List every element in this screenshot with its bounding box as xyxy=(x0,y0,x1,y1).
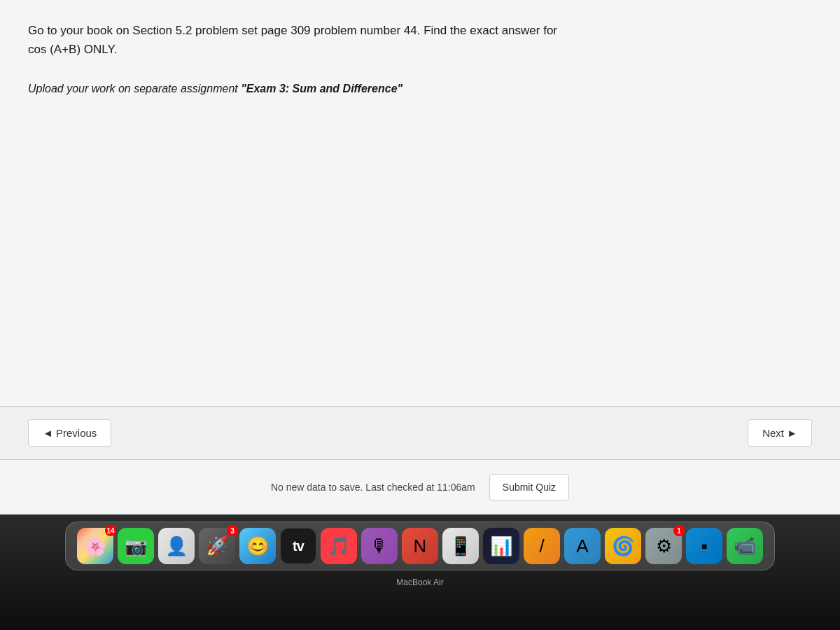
save-status: No new data to save. Last checked at 11:… xyxy=(271,482,475,493)
upload-text: Upload your work on separate assignment … xyxy=(28,80,812,98)
dock-icon-facetime2[interactable]: 📹 xyxy=(727,528,763,564)
previous-button[interactable]: ◄ Previous xyxy=(28,419,111,447)
question-text: Go to your book on Section 5.2 problem s… xyxy=(28,21,812,59)
dock-icon-appstore[interactable]: ▪ xyxy=(686,528,722,564)
macbook-label: MacBook Air xyxy=(396,578,443,587)
dock-icon-news[interactable]: N xyxy=(402,528,438,564)
question-line1: Go to your book on Section 5.2 problem s… xyxy=(28,24,557,37)
dock-icon-sysprefs[interactable]: ⚙1 xyxy=(645,528,682,564)
next-button[interactable]: Next ► xyxy=(748,419,812,447)
dock-icon-textedit[interactable]: A xyxy=(564,528,601,564)
content-spacer xyxy=(28,98,812,406)
upload-assignment: "Exam 3: Sum and Difference" xyxy=(241,83,402,94)
main-content: Go to your book on Section 5.2 problem s… xyxy=(0,0,840,514)
dock-area: 🌸14📷👤🚀3😊tv🎵🎙N📱📊/A🌀⚙1▪📹 MacBook Air xyxy=(0,514,840,630)
upload-prefix: Upload your work on separate assignment xyxy=(28,83,241,94)
dock-icon-iphone[interactable]: 📱 xyxy=(442,528,479,564)
dock-icon-stocks[interactable]: 📊 xyxy=(483,528,519,564)
submit-row: No new data to save. Last checked at 11:… xyxy=(28,460,812,514)
dock-icon-contacts[interactable]: 👤 xyxy=(158,528,195,564)
question-line2: cos (A+B) ONLY. xyxy=(28,43,117,56)
dock-icon-finder[interactable]: 😊 xyxy=(239,528,276,564)
dock: 🌸14📷👤🚀3😊tv🎵🎙N📱📊/A🌀⚙1▪📹 xyxy=(65,522,775,570)
dock-icon-music[interactable]: 🎵 xyxy=(321,528,357,564)
dock-icon-podcast[interactable]: 🎙 xyxy=(361,528,398,564)
dock-icon-appletv[interactable]: tv xyxy=(280,528,316,564)
dock-icon-launchpad[interactable]: 🚀3 xyxy=(199,528,235,564)
dock-icon-photos[interactable]: 🌸14 xyxy=(77,528,113,564)
dock-icon-scripteditor[interactable]: / xyxy=(524,528,560,564)
navigation-row: ◄ Previous Next ► xyxy=(0,406,840,460)
dock-icon-facetime[interactable]: 📷 xyxy=(118,528,154,564)
submit-quiz-button[interactable]: Submit Quiz xyxy=(489,474,569,500)
dock-icon-notes[interactable]: 🌀 xyxy=(605,528,641,564)
